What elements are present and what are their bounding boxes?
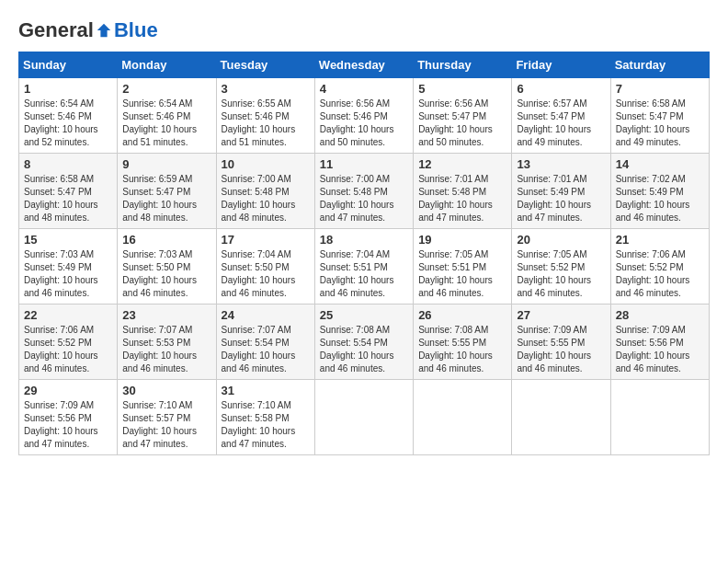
calendar-day-cell: 6 Sunrise: 6:57 AMSunset: 5:47 PMDayligh…	[512, 78, 610, 154]
day-info: Sunrise: 7:02 AMSunset: 5:49 PMDaylight:…	[616, 174, 690, 223]
day-info: Sunrise: 7:04 AMSunset: 5:50 PMDaylight:…	[222, 249, 296, 298]
day-number: 19	[418, 233, 506, 247]
weekday-header-cell: Monday	[118, 52, 216, 78]
day-number: 17	[222, 233, 310, 247]
logo-general-text: General	[18, 18, 94, 42]
calendar-week-row: 1 Sunrise: 6:54 AMSunset: 5:46 PMDayligh…	[19, 78, 710, 154]
calendar-day-cell: 2 Sunrise: 6:54 AMSunset: 5:46 PMDayligh…	[118, 78, 216, 154]
calendar-day-cell	[512, 380, 610, 455]
day-number: 22	[24, 308, 112, 322]
day-info: Sunrise: 7:04 AMSunset: 5:51 PMDaylight:…	[320, 249, 394, 298]
day-number: 23	[122, 308, 210, 322]
day-number: 24	[222, 308, 310, 322]
day-number: 16	[122, 233, 210, 247]
calendar-day-cell: 30 Sunrise: 7:10 AMSunset: 5:57 PMDaylig…	[118, 380, 216, 455]
day-number: 15	[24, 233, 112, 247]
calendar-day-cell: 16 Sunrise: 7:03 AMSunset: 5:50 PMDaylig…	[118, 229, 216, 304]
calendar-day-cell: 13 Sunrise: 7:01 AMSunset: 5:49 PMDaylig…	[512, 154, 610, 229]
calendar-day-cell: 26 Sunrise: 7:08 AMSunset: 5:55 PMDaylig…	[414, 304, 512, 380]
calendar-day-cell: 3 Sunrise: 6:55 AMSunset: 5:46 PMDayligh…	[216, 78, 314, 154]
day-info: Sunrise: 7:01 AMSunset: 5:49 PMDaylight:…	[517, 174, 591, 223]
day-info: Sunrise: 7:06 AMSunset: 5:52 PMDaylight:…	[24, 325, 98, 373]
calendar-week-row: 8 Sunrise: 6:58 AMSunset: 5:47 PMDayligh…	[19, 154, 710, 229]
calendar-day-cell	[314, 380, 413, 455]
day-info: Sunrise: 6:58 AMSunset: 5:47 PMDaylight:…	[616, 98, 690, 147]
day-info: Sunrise: 6:55 AMSunset: 5:46 PMDaylight:…	[222, 98, 296, 147]
calendar-day-cell: 20 Sunrise: 7:05 AMSunset: 5:52 PMDaylig…	[512, 229, 610, 304]
day-number: 29	[24, 384, 112, 397]
day-info: Sunrise: 7:07 AMSunset: 5:53 PMDaylight:…	[122, 325, 197, 373]
calendar-day-cell: 9 Sunrise: 6:59 AMSunset: 5:47 PMDayligh…	[118, 154, 216, 229]
calendar-day-cell: 1 Sunrise: 6:54 AMSunset: 5:46 PMDayligh…	[19, 78, 118, 154]
day-number: 7	[616, 82, 704, 96]
day-number: 8	[24, 157, 112, 171]
calendar-day-cell: 28 Sunrise: 7:09 AMSunset: 5:56 PMDaylig…	[610, 304, 709, 380]
day-info: Sunrise: 7:10 AMSunset: 5:57 PMDaylight:…	[122, 400, 197, 449]
calendar-day-cell	[414, 380, 512, 455]
weekday-header-cell: Thursday	[414, 52, 512, 78]
day-info: Sunrise: 7:09 AMSunset: 5:56 PMDaylight:…	[24, 400, 98, 449]
day-info: Sunrise: 7:08 AMSunset: 5:54 PMDaylight:…	[320, 325, 394, 373]
day-info: Sunrise: 6:58 AMSunset: 5:47 PMDaylight:…	[24, 174, 98, 223]
day-info: Sunrise: 6:54 AMSunset: 5:46 PMDaylight:…	[122, 98, 197, 147]
day-number: 3	[222, 82, 310, 96]
calendar-body: 1 Sunrise: 6:54 AMSunset: 5:46 PMDayligh…	[19, 78, 710, 455]
calendar-day-cell: 5 Sunrise: 6:56 AMSunset: 5:47 PMDayligh…	[414, 78, 512, 154]
day-number: 26	[418, 308, 506, 322]
calendar-day-cell: 22 Sunrise: 7:06 AMSunset: 5:52 PMDaylig…	[19, 304, 118, 380]
calendar-day-cell: 18 Sunrise: 7:04 AMSunset: 5:51 PMDaylig…	[314, 229, 413, 304]
day-info: Sunrise: 7:07 AMSunset: 5:54 PMDaylight:…	[222, 325, 296, 373]
day-info: Sunrise: 7:08 AMSunset: 5:55 PMDaylight:…	[418, 325, 493, 373]
calendar-day-cell: 8 Sunrise: 6:58 AMSunset: 5:47 PMDayligh…	[19, 154, 118, 229]
weekday-header-cell: Saturday	[610, 52, 709, 78]
logo-icon	[96, 22, 112, 39]
calendar-week-row: 29 Sunrise: 7:09 AMSunset: 5:56 PMDaylig…	[19, 380, 710, 455]
day-info: Sunrise: 7:05 AMSunset: 5:51 PMDaylight:…	[418, 249, 493, 298]
day-number: 11	[320, 157, 408, 171]
day-info: Sunrise: 7:00 AMSunset: 5:48 PMDaylight:…	[320, 174, 394, 223]
day-number: 6	[517, 82, 605, 96]
calendar-day-cell: 24 Sunrise: 7:07 AMSunset: 5:54 PMDaylig…	[216, 304, 314, 380]
calendar: SundayMondayTuesdayWednesdayThursdayFrid…	[18, 52, 710, 455]
calendar-week-row: 22 Sunrise: 7:06 AMSunset: 5:52 PMDaylig…	[19, 304, 710, 380]
day-number: 20	[517, 233, 605, 247]
day-number: 28	[616, 308, 704, 322]
day-number: 27	[517, 308, 605, 322]
day-info: Sunrise: 6:57 AMSunset: 5:47 PMDaylight:…	[517, 98, 591, 147]
day-number: 5	[418, 82, 506, 96]
day-number: 18	[320, 233, 408, 247]
day-info: Sunrise: 7:03 AMSunset: 5:49 PMDaylight:…	[24, 249, 98, 298]
calendar-day-cell: 15 Sunrise: 7:03 AMSunset: 5:49 PMDaylig…	[19, 229, 118, 304]
day-number: 25	[320, 308, 408, 322]
day-number: 21	[616, 233, 704, 247]
day-info: Sunrise: 7:00 AMSunset: 5:48 PMDaylight:…	[222, 174, 296, 223]
weekday-header-cell: Sunday	[19, 52, 118, 78]
calendar-day-cell: 27 Sunrise: 7:09 AMSunset: 5:55 PMDaylig…	[512, 304, 610, 380]
day-info: Sunrise: 6:54 AMSunset: 5:46 PMDaylight:…	[24, 98, 98, 147]
day-info: Sunrise: 6:59 AMSunset: 5:47 PMDaylight:…	[122, 174, 197, 223]
day-info: Sunrise: 7:03 AMSunset: 5:50 PMDaylight:…	[122, 249, 197, 298]
day-number: 2	[122, 82, 210, 96]
calendar-day-cell: 17 Sunrise: 7:04 AMSunset: 5:50 PMDaylig…	[216, 229, 314, 304]
day-number: 4	[320, 82, 408, 96]
logo: General Blue	[18, 18, 158, 42]
calendar-day-cell: 10 Sunrise: 7:00 AMSunset: 5:48 PMDaylig…	[216, 154, 314, 229]
calendar-day-cell: 11 Sunrise: 7:00 AMSunset: 5:48 PMDaylig…	[314, 154, 413, 229]
day-number: 13	[517, 157, 605, 171]
svg-marker-0	[97, 24, 110, 37]
calendar-day-cell: 19 Sunrise: 7:05 AMSunset: 5:51 PMDaylig…	[414, 229, 512, 304]
calendar-day-cell: 21 Sunrise: 7:06 AMSunset: 5:52 PMDaylig…	[610, 229, 709, 304]
weekday-header-cell: Wednesday	[314, 52, 413, 78]
day-info: Sunrise: 7:10 AMSunset: 5:58 PMDaylight:…	[222, 400, 296, 449]
weekday-header-cell: Friday	[512, 52, 610, 78]
day-info: Sunrise: 7:06 AMSunset: 5:52 PMDaylight:…	[616, 249, 690, 298]
calendar-day-cell: 25 Sunrise: 7:08 AMSunset: 5:54 PMDaylig…	[314, 304, 413, 380]
calendar-day-cell: 7 Sunrise: 6:58 AMSunset: 5:47 PMDayligh…	[610, 78, 709, 154]
calendar-day-cell	[610, 380, 709, 455]
day-info: Sunrise: 6:56 AMSunset: 5:46 PMDaylight:…	[320, 98, 394, 147]
day-number: 1	[24, 82, 112, 96]
calendar-day-cell: 4 Sunrise: 6:56 AMSunset: 5:46 PMDayligh…	[314, 78, 413, 154]
day-number: 12	[418, 157, 506, 171]
calendar-day-cell: 31 Sunrise: 7:10 AMSunset: 5:58 PMDaylig…	[216, 380, 314, 455]
calendar-week-row: 15 Sunrise: 7:03 AMSunset: 5:49 PMDaylig…	[19, 229, 710, 304]
